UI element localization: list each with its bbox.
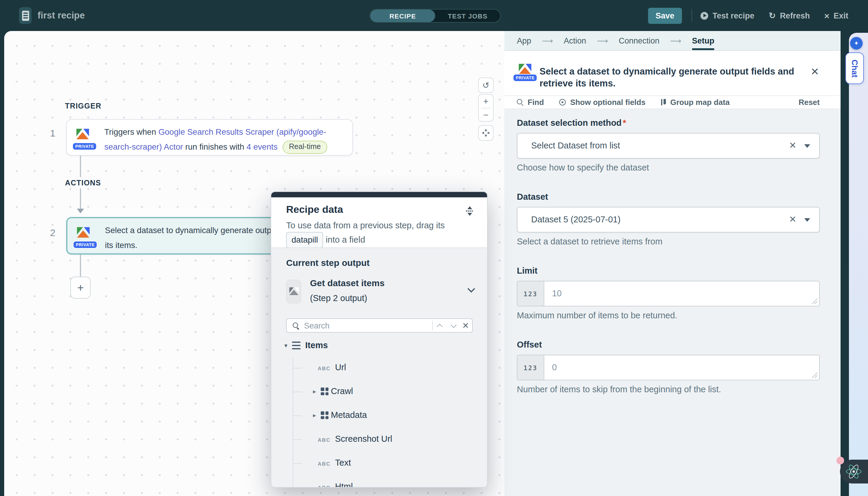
group-map-data-button[interactable]: Group map data (661, 98, 730, 107)
step-number: 2 (50, 228, 56, 238)
topbar-actions: Save Test recipe Refresh Exit (648, 0, 848, 31)
group-icon (661, 99, 666, 106)
caret-down-icon[interactable]: ▾ (284, 342, 288, 348)
field-limit: Limit 123 10 Maximum number of items to … (517, 266, 820, 320)
atom-icon (846, 464, 862, 479)
number-type-icon: 123 (517, 281, 544, 306)
breadcrumb-connection[interactable]: Connection (619, 31, 660, 50)
breadcrumb-action[interactable]: Action (564, 31, 586, 50)
tree-root-items[interactable]: ▾ Items (284, 340, 328, 350)
dataset-selection-method-select[interactable]: Select Dataset from list ✕ (517, 133, 820, 159)
connector-line (80, 188, 81, 210)
arrow-right-icon: ⟶ (542, 36, 553, 45)
ai-sparkle-icon[interactable]: ✦ (850, 37, 863, 49)
private-badge: PRIVATE (73, 142, 97, 150)
connector-line (80, 254, 81, 277)
brand: first recipe (19, 7, 85, 24)
limit-input[interactable]: 123 10 (517, 281, 820, 307)
field-help: Maximum number of items to be returned. (517, 311, 820, 320)
tab-test-jobs[interactable]: TEST JOBS (435, 10, 500, 22)
resize-handle-icon[interactable] (812, 373, 817, 378)
add-step-button[interactable]: + (70, 277, 91, 299)
test-recipe-button[interactable]: Test recipe (700, 11, 755, 20)
reset-button[interactable]: Reset (799, 98, 820, 107)
clear-icon[interactable]: ✕ (789, 140, 796, 151)
reset-view-button[interactable]: ↺ (478, 78, 494, 93)
recipe-testjobs-toggle: RECIPE TEST JOBS (370, 9, 501, 22)
dataset-select[interactable]: Dataset 5 (2025-07-01) ✕ (517, 207, 820, 232)
chat-sidebar: ✦ Chat (849, 33, 868, 496)
datapill-text[interactable]: ABCText (271, 456, 487, 471)
chat-tab[interactable]: Chat (846, 52, 864, 84)
zoom-out-button[interactable]: − (483, 108, 489, 121)
search-next-button[interactable] (446, 323, 459, 328)
breadcrumb-app[interactable]: App (517, 31, 531, 50)
exit-button[interactable]: Exit (824, 11, 848, 20)
caret-right-icon[interactable]: ▸ (313, 388, 316, 394)
search-icon (517, 99, 523, 106)
apify-app-icon: PRIVATE (73, 223, 97, 249)
recipe-title: first recipe (37, 10, 85, 21)
trigger-section-label: TRIGGER (65, 102, 102, 110)
recipe-document-icon (19, 7, 32, 24)
datapill-search: ✕ (286, 318, 473, 332)
field-help: Choose how to specify the dataset (517, 163, 820, 172)
output-subtitle: (Step 2 output) (310, 293, 367, 303)
popup-drag-bar[interactable] (271, 192, 487, 197)
number-type-icon: 123 (517, 355, 544, 380)
field-help: Select a dataset to retrieve items from (517, 237, 820, 246)
refresh-icon (769, 11, 776, 20)
search-input[interactable] (304, 321, 432, 330)
notification-dot (836, 456, 844, 464)
object-icon (321, 412, 328, 419)
list-icon (292, 341, 300, 349)
private-badge: PRIVATE (73, 241, 98, 249)
arrow-right-icon: ⟶ (670, 36, 681, 45)
apify-app-icon: PRIVATE (73, 125, 97, 150)
popup-title: Recipe data (286, 204, 343, 216)
field-help: Number of items to skip from the beginni… (517, 385, 820, 394)
pan-icon (482, 129, 490, 137)
find-button[interactable]: Find (517, 98, 544, 107)
tab-recipe[interactable]: RECIPE (370, 10, 435, 22)
caret-right-icon[interactable]: ▸ (313, 412, 316, 418)
devtools-fab[interactable] (840, 460, 868, 483)
datapill-url[interactable]: ABCUrl (271, 361, 487, 375)
optional-fields-icon (559, 99, 566, 106)
play-icon (700, 12, 708, 19)
search-clear-button[interactable]: ✕ (459, 321, 472, 330)
datapill-crawl[interactable]: ▸ Crawl (271, 385, 487, 399)
resize-handle-icon[interactable] (812, 299, 817, 304)
field-label: Dataset selection method* (517, 118, 820, 127)
dropdown-arrow-icon[interactable] (804, 218, 810, 222)
datapill-metadata[interactable]: ▸ Metadata (271, 409, 487, 423)
zoom-in-button[interactable]: + (483, 95, 489, 108)
popup-body: Current step output Get dataset items (S… (271, 247, 487, 488)
dropdown-arrow-icon[interactable] (804, 144, 810, 148)
apify-app-icon-gray (286, 280, 301, 304)
zoom-controls: + − (478, 94, 494, 122)
current-step-output-label: Current step output (286, 258, 370, 268)
show-optional-fields-button[interactable]: Show optional fields (559, 98, 646, 107)
search-prev-button[interactable] (433, 323, 446, 328)
datapill-screenshot-url[interactable]: ABCScreenshot Url (271, 433, 487, 447)
clear-icon[interactable]: ✕ (789, 214, 796, 225)
fit-view-button[interactable] (478, 125, 494, 141)
save-button[interactable]: Save (648, 7, 682, 24)
field-dataset-selection-method: Dataset selection method* Select Dataset… (517, 118, 820, 172)
field-label: Limit (517, 266, 820, 275)
refresh-button[interactable]: Refresh (769, 11, 810, 20)
datapill-html[interactable]: ABCHtml (271, 480, 487, 488)
offset-input[interactable]: 123 0 (517, 355, 820, 380)
datapill-chip[interactable]: datapill (286, 232, 323, 248)
close-panel-button[interactable]: ✕ (811, 65, 819, 78)
field-dataset: Dataset Dataset 5 (2025-07-01) ✕ Select … (517, 192, 820, 246)
breadcrumb-setup[interactable]: Setup (692, 31, 714, 50)
connector-line (80, 156, 81, 177)
drag-handle-icon[interactable] (465, 206, 474, 216)
events-link[interactable]: 4 events (247, 142, 278, 151)
field-label: Offset (517, 340, 820, 350)
trigger-step-card[interactable]: PRIVATE Triggers when Google Search Resu… (66, 119, 353, 156)
trigger-step-description: Triggers when Google Search Results Scra… (104, 125, 346, 150)
chevron-down-icon[interactable] (467, 285, 475, 292)
